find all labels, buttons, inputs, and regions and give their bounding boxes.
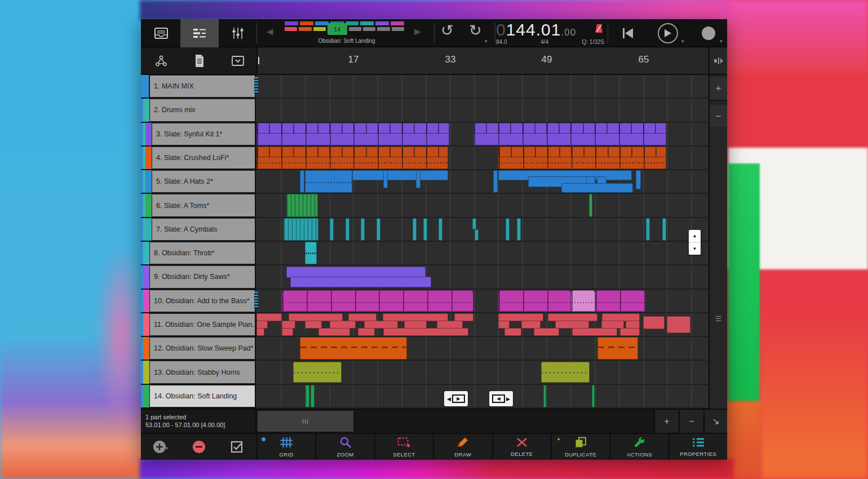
clip[interactable] [383, 313, 448, 321]
clip[interactable] [256, 328, 264, 336]
select-mode-button[interactable] [219, 47, 257, 74]
clip[interactable] [572, 328, 617, 336]
clip[interactable] [589, 194, 592, 216]
ruler-expand-button[interactable] [708, 47, 727, 74]
clip[interactable] [423, 218, 427, 241]
clip[interactable] [601, 321, 624, 329]
clip[interactable] [498, 147, 666, 169]
tool-select-button[interactable]: SELECT [375, 434, 433, 460]
track-lane[interactable] [256, 265, 708, 289]
clip[interactable] [571, 290, 595, 312]
clip[interactable] [282, 328, 293, 336]
vertical-scrollbar[interactable]: ☰ [710, 127, 727, 409]
zoom-fit-button[interactable]: ↘ [703, 410, 727, 433]
clip[interactable] [473, 123, 666, 145]
record-button[interactable] [702, 26, 715, 40]
clip[interactable] [305, 321, 322, 329]
clip[interactable] [643, 316, 665, 329]
nudge-right-button[interactable]: ◀▶ [489, 391, 513, 406]
clip[interactable] [506, 218, 510, 241]
track-lane[interactable] [256, 242, 708, 265]
clip[interactable] [352, 170, 448, 180]
clip[interactable] [534, 328, 559, 336]
spinner-down-icon[interactable]: ▼ [689, 243, 701, 255]
clip[interactable] [646, 218, 650, 241]
clip[interactable] [348, 313, 377, 321]
clip[interactable] [383, 170, 388, 188]
quantize-value[interactable]: Q: 1/32S [582, 39, 604, 45]
minimap-track-cell[interactable] [349, 27, 361, 31]
spinner-up-icon[interactable]: ▲ [689, 230, 701, 243]
clip[interactable] [472, 218, 476, 229]
minimap-track-cell[interactable] [360, 21, 374, 25]
track-lane[interactable] [256, 218, 708, 242]
clip[interactable] [592, 385, 595, 407]
clip[interactable] [595, 290, 645, 312]
time-display[interactable]: 0144.01.00 84.0 4/4 Q: 1/32S [496, 20, 604, 46]
clip[interactable] [543, 385, 546, 407]
clip[interactable] [454, 313, 473, 321]
play-button[interactable] [658, 23, 678, 43]
clip[interactable] [597, 337, 638, 360]
minimap-track-cell[interactable] [300, 21, 313, 25]
vzoom-out-button[interactable]: − [710, 105, 727, 129]
clip[interactable] [416, 170, 420, 188]
clip[interactable] [498, 321, 510, 329]
minimap-selected-cell[interactable]: 14 [327, 23, 347, 35]
horizontal-scroll-handle[interactable]: III [258, 411, 353, 432]
clip[interactable] [383, 328, 468, 336]
track-header[interactable]: 9. Obsidian: Dirty Saws* [141, 265, 256, 289]
track-lane[interactable] [256, 99, 708, 122]
track-header[interactable]: 12. Obsidian: Slow Sweep Pad* [141, 337, 256, 361]
timeline-grid[interactable]: ▲▼◀▶◀▶ [256, 75, 708, 409]
library-button[interactable] [142, 19, 180, 47]
track-header[interactable]: 14. Obsidian: Soft Landing [141, 385, 256, 409]
document-button[interactable] [180, 47, 219, 74]
tool-grid-button[interactable]: GRID [258, 434, 315, 460]
track-header[interactable]: 10. Obsidian: Add to the Bass* [141, 290, 256, 313]
minimap-track-cell[interactable] [377, 27, 389, 31]
tracks-view-button[interactable] [180, 19, 219, 47]
clip[interactable] [498, 290, 571, 312]
clip[interactable] [498, 313, 543, 321]
track-lane[interactable] [256, 361, 708, 384]
minimap-track-cell[interactable] [363, 27, 375, 31]
clip[interactable] [330, 218, 334, 241]
clip[interactable] [437, 321, 463, 329]
clip[interactable] [289, 313, 343, 321]
track-header[interactable]: 3. Slate: Synful Kit 1* [141, 123, 256, 147]
clip[interactable] [346, 218, 349, 241]
clip[interactable] [517, 218, 521, 241]
clip[interactable] [377, 218, 380, 241]
clip[interactable] [290, 277, 431, 287]
track-drag-handle[interactable] [254, 77, 258, 94]
track-lane[interactable] [256, 75, 708, 99]
vertical-scroll-handle[interactable]: ☰ [710, 307, 727, 330]
track-header[interactable]: 7. Slate: A Cymbals [141, 218, 256, 242]
track-drag-handle[interactable] [254, 292, 258, 309]
track-header[interactable]: 2. Drums mix [141, 99, 256, 122]
clip[interactable] [413, 218, 417, 241]
track-header[interactable]: 5. Slate: A Hats 2* [141, 170, 256, 194]
tool-actions-button[interactable]: ACTIONS [610, 434, 668, 460]
horizontal-scrollbar[interactable]: III [258, 410, 654, 433]
clip[interactable] [256, 123, 449, 145]
timeline-ruler[interactable]: 17334965 [256, 47, 708, 74]
clip[interactable] [541, 362, 590, 382]
clip[interactable] [293, 362, 342, 382]
clip[interactable] [361, 218, 365, 241]
play-dropdown-icon[interactable]: ▾ [681, 38, 684, 44]
clip[interactable] [284, 218, 318, 241]
clip[interactable] [555, 321, 589, 329]
minimap-track-cell[interactable] [392, 27, 404, 31]
minimap-track-cell[interactable] [346, 21, 359, 25]
minimap-track-cell[interactable] [391, 21, 404, 25]
time-signature[interactable]: 4/4 [541, 39, 548, 45]
hzoom-in-button[interactable]: + [654, 410, 679, 433]
redo-button[interactable]: ↻ [469, 21, 482, 39]
clip[interactable] [256, 147, 448, 169]
track-header[interactable]: 6. Slate: A Toms* [141, 194, 256, 218]
hzoom-out-button[interactable]: − [679, 410, 703, 433]
clip[interactable] [305, 170, 352, 193]
track-lane[interactable] [256, 313, 708, 337]
